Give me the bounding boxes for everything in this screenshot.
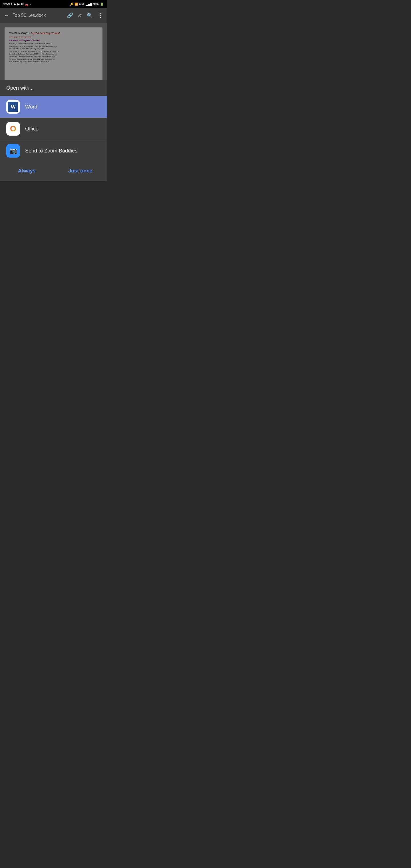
battery-icon: 🔋 [100, 3, 104, 6]
status-left: 9:59 f ▶ ▶ ✉ 🚗 • [3, 2, 31, 6]
open-with-dialog: Open with... W Word O Office 📷 Send to Z… [0, 80, 107, 181]
time: 9:59 [3, 2, 10, 6]
car-icon: 🚗 [25, 3, 28, 6]
search-icon[interactable]: 🔍 [87, 12, 93, 19]
open-with-zoom-item[interactable]: 📷 Send to Zoom Buddies [0, 140, 107, 162]
network-label: 4G+ [79, 3, 85, 6]
office-o-icon: O [10, 124, 16, 133]
word-label: Word [25, 104, 37, 110]
dialog-actions: Always Just once [0, 162, 107, 181]
document-preview-top: The Wine Guy's - Top 50 Best Buy Wines! … [0, 23, 107, 89]
office-icon-inner: O [8, 124, 18, 134]
mail-icon: ✉ [21, 3, 23, 6]
status-right: 🔑 📶 4G+ ▂▄▆ 96% 🔋 [70, 3, 104, 6]
document-title: Top 50...es.docx [12, 13, 63, 18]
office-label: Office [25, 126, 38, 132]
word-app-icon: W [6, 100, 20, 114]
open-with-word-item[interactable]: W Word [0, 96, 107, 118]
app-bar-actions: 🔗 ⎋ 🔍 ⋮ [67, 12, 103, 19]
status-bar: 9:59 f ▶ ▶ ✉ 🚗 • 🔑 📶 4G+ ▂▄▆ 96% 🔋 [0, 0, 107, 8]
office-app-icon: O [6, 122, 20, 135]
link-icon[interactable]: 🔗 [67, 12, 73, 19]
app-bar: ← Top 50...es.docx 🔗 ⎋ 🔍 ⋮ [0, 8, 107, 23]
zoom-app-icon: 📷 [6, 144, 20, 158]
battery-label: 96% [93, 3, 99, 6]
overlay-dim [0, 23, 107, 89]
signal-icon: ▂▄▆ [86, 3, 92, 6]
youtube-icon: ▶ [14, 3, 16, 6]
wifi-icon: 📶 [74, 3, 78, 6]
key-icon: 🔑 [70, 3, 73, 6]
more-icon[interactable]: ⋮ [98, 12, 103, 19]
always-button[interactable]: Always [0, 165, 54, 176]
back-button[interactable]: ← [4, 12, 9, 19]
dialog-title: Open with... [6, 85, 34, 91]
fb-icon: f [11, 2, 12, 6]
youtube2-icon: ▶ [18, 3, 20, 6]
share-icon[interactable]: ⎋ [78, 12, 81, 19]
open-with-office-item[interactable]: O Office [0, 118, 107, 140]
zoom-label: Send to Zoom Buddies [25, 148, 77, 154]
dialog-header: Open with... [0, 80, 107, 96]
word-icon-inner: W [8, 102, 18, 112]
zoom-camera-icon: 📷 [9, 147, 17, 154]
just-once-button[interactable]: Just once [54, 165, 107, 176]
dot-icon: • [30, 2, 31, 6]
